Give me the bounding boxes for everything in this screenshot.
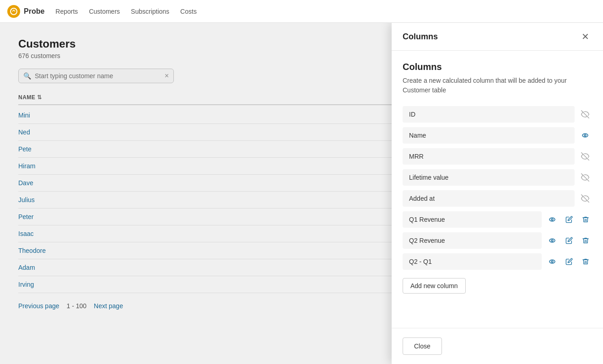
search-icon: 🔍: [23, 72, 31, 80]
column-toggle-visibility[interactable]: [578, 171, 592, 184]
column-row: Lifetime value: [403, 169, 592, 186]
column-label: Q2 Revenue: [403, 232, 542, 249]
column-row: Q2 Revenue: [403, 232, 592, 249]
column-toggle-visibility[interactable]: [578, 192, 592, 205]
next-page-link[interactable]: Next page: [94, 302, 123, 310]
column-row: MRR: [403, 148, 592, 165]
column-row: Added at: [403, 190, 592, 207]
column-toggle-visibility[interactable]: [578, 107, 592, 121]
column-delete-button[interactable]: [579, 234, 592, 247]
search-input[interactable]: [35, 72, 161, 80]
column-edit-button[interactable]: [563, 234, 576, 247]
panel-body: Columns Create a new calculated column t…: [392, 51, 603, 328]
svg-point-12: [551, 261, 553, 262]
column-label: Name: [403, 127, 575, 144]
close-footer-button[interactable]: Close: [403, 337, 442, 355]
brand-icon: [7, 5, 20, 18]
panel-header-title: Columns: [403, 32, 438, 42]
main-area: Customers 676 customers 🔍 × NAME ⇅ Q1 RE…: [0, 23, 603, 364]
navbar: Probe Reports Customers Subscriptions Co…: [0, 0, 603, 23]
page-info: 1 - 100: [67, 302, 87, 310]
column-toggle-visibility[interactable]: [578, 150, 592, 163]
panel-close-button[interactable]: ✕: [579, 30, 592, 43]
panel-header: Columns ✕: [392, 23, 603, 51]
column-label: ID: [403, 106, 575, 123]
svg-point-10: [551, 240, 553, 241]
nav-costs[interactable]: Costs: [180, 6, 197, 17]
svg-point-8: [551, 219, 553, 220]
panel-footer: Close: [392, 328, 603, 364]
column-edit-button[interactable]: [563, 213, 576, 226]
search-bar: 🔍 ×: [18, 69, 174, 83]
add-column-button[interactable]: Add new column: [403, 278, 466, 294]
column-label: Added at: [403, 190, 575, 207]
column-toggle-visibility[interactable]: [578, 128, 592, 142]
column-row: Name: [403, 127, 592, 144]
column-delete-button[interactable]: [579, 255, 592, 268]
columns-list: ID Name MRR Lifetime value Added at Q1 R…: [403, 106, 592, 270]
column-label: MRR: [403, 148, 575, 165]
svg-point-0: [11, 8, 17, 15]
columns-panel: Columns ✕ Columns Create a new calculate…: [392, 23, 603, 364]
column-toggle-visibility[interactable]: [545, 213, 559, 226]
name-sort-icon[interactable]: ⇅: [37, 94, 42, 101]
column-row: Q2 - Q1: [403, 253, 592, 270]
column-label: Q2 - Q1: [403, 253, 542, 270]
brand-name: Probe: [24, 7, 44, 16]
panel-section-title: Columns: [403, 62, 592, 72]
column-label: Q1 Revenue: [403, 211, 542, 228]
prev-page-link[interactable]: Previous page: [18, 302, 59, 310]
nav-subscriptions[interactable]: Subscriptions: [131, 6, 169, 17]
column-toggle-visibility[interactable]: [545, 255, 559, 268]
nav-reports[interactable]: Reports: [55, 6, 78, 17]
clear-icon[interactable]: ×: [165, 72, 169, 80]
nav-customers[interactable]: Customers: [89, 6, 120, 17]
column-row: ID: [403, 106, 592, 123]
column-label: Lifetime value: [403, 169, 575, 186]
svg-point-3: [584, 134, 586, 136]
column-delete-button[interactable]: [579, 213, 592, 226]
column-toggle-visibility[interactable]: [545, 234, 559, 247]
brand: Probe: [7, 5, 44, 18]
panel-description: Create a new calculated column that will…: [403, 76, 592, 95]
column-edit-button[interactable]: [563, 255, 576, 268]
column-row: Q1 Revenue: [403, 211, 592, 228]
